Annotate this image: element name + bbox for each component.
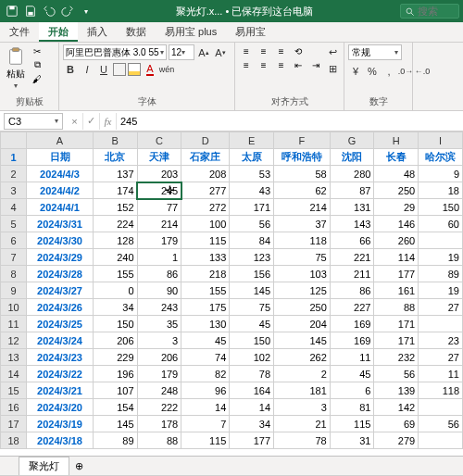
data-cell[interactable]: 88 bbox=[374, 299, 419, 316]
phonetic-button[interactable]: wén bbox=[159, 62, 174, 77]
wrap-text-icon[interactable]: ↩ bbox=[329, 44, 337, 59]
col-header[interactable]: C bbox=[137, 132, 181, 149]
new-sheet-button[interactable]: ⊕ bbox=[69, 458, 89, 474]
data-cell[interactable]: 82 bbox=[181, 366, 230, 382]
decrease-decimal-icon[interactable]: ←.0 bbox=[415, 64, 430, 79]
data-cell[interactable]: 11 bbox=[419, 366, 463, 382]
date-cell[interactable]: 2024/3/25 bbox=[27, 316, 94, 332]
data-cell[interactable]: 125 bbox=[274, 282, 331, 299]
data-cell[interactable]: 139 bbox=[374, 382, 419, 399]
data-cell[interactable]: 240 bbox=[93, 249, 137, 266]
data-cell[interactable]: 90 bbox=[137, 282, 181, 299]
data-cell[interactable]: 19 bbox=[419, 249, 463, 266]
formula-input[interactable]: 245 bbox=[117, 115, 463, 128]
date-cell[interactable]: 2024/4/3 bbox=[27, 166, 94, 182]
row-header[interactable]: 3 bbox=[1, 182, 27, 199]
date-cell[interactable]: 2024/3/28 bbox=[27, 266, 94, 282]
data-cell[interactable]: 169 bbox=[330, 316, 374, 332]
search-input[interactable] bbox=[418, 6, 455, 17]
row-header[interactable]: 1 bbox=[1, 149, 27, 166]
data-cell[interactable]: 131 bbox=[330, 199, 374, 216]
data-cell[interactable]: 229 bbox=[93, 349, 137, 366]
spreadsheet-grid[interactable]: A B C D E F G H I 1日期北京天津石家庄太原呼和浩特沈阳长春哈尔… bbox=[0, 132, 463, 449]
data-cell[interactable]: 89 bbox=[419, 266, 463, 282]
header-cell[interactable]: 哈尔滨 bbox=[419, 149, 463, 166]
indent-decrease-icon[interactable]: ⇤ bbox=[291, 58, 306, 71]
align-top-icon[interactable]: ≡ bbox=[239, 44, 254, 57]
data-cell[interactable]: 279 bbox=[374, 432, 419, 449]
date-cell[interactable]: 2024/3/31 bbox=[27, 216, 94, 232]
align-middle-icon[interactable]: ≡ bbox=[257, 44, 271, 57]
row-header[interactable]: 8 bbox=[1, 266, 27, 282]
data-cell[interactable]: 146 bbox=[374, 216, 419, 232]
decrease-font-icon[interactable]: A▾ bbox=[213, 45, 228, 60]
data-cell[interactable]: 130 bbox=[181, 316, 230, 332]
date-cell[interactable]: 2024/3/22 bbox=[27, 366, 94, 382]
data-cell[interactable]: 196 bbox=[93, 366, 137, 382]
increase-decimal-icon[interactable]: .0→ bbox=[398, 64, 413, 79]
data-cell[interactable]: 100 bbox=[181, 216, 230, 232]
data-cell[interactable]: 103 bbox=[274, 266, 331, 282]
date-cell[interactable]: 2024/3/24 bbox=[27, 332, 94, 349]
data-cell[interactable]: 0 bbox=[93, 282, 137, 299]
data-cell[interactable]: 77 bbox=[137, 199, 181, 216]
data-cell[interactable]: 206 bbox=[137, 349, 181, 366]
data-cell[interactable]: 69 bbox=[374, 416, 419, 432]
row-header[interactable]: 14 bbox=[1, 366, 27, 382]
data-cell[interactable]: 56 bbox=[230, 216, 274, 232]
font-size-select[interactable]: 12▾ bbox=[169, 44, 194, 60]
data-cell[interactable]: 204 bbox=[274, 316, 331, 332]
col-header[interactable]: A bbox=[27, 132, 94, 149]
font-name-select[interactable]: 阿里巴巴普惠体 3.0 55 Regu...▾ bbox=[63, 44, 167, 60]
row-header[interactable]: 2 bbox=[1, 166, 27, 182]
data-cell[interactable]: 214 bbox=[137, 216, 181, 232]
data-cell[interactable]: 181 bbox=[274, 382, 331, 399]
data-cell[interactable]: 250 bbox=[374, 182, 419, 199]
data-cell[interactable]: 21 bbox=[274, 416, 331, 432]
data-cell[interactable]: 142 bbox=[374, 399, 419, 416]
data-cell[interactable]: 245✛ bbox=[137, 182, 181, 199]
percent-format-icon[interactable]: % bbox=[365, 64, 380, 79]
data-cell[interactable]: 75 bbox=[230, 299, 274, 316]
data-cell[interactable]: 145 bbox=[274, 332, 331, 349]
data-cell[interactable]: 78 bbox=[274, 432, 331, 449]
data-cell[interactable]: 43 bbox=[230, 182, 274, 199]
row-header[interactable]: 10 bbox=[1, 299, 27, 316]
italic-button[interactable]: I bbox=[80, 62, 94, 77]
increase-font-icon[interactable]: A▴ bbox=[196, 45, 211, 60]
copy-icon[interactable]: ⧉ bbox=[30, 58, 44, 71]
data-cell[interactable]: 74 bbox=[181, 349, 230, 366]
undo-icon[interactable] bbox=[41, 3, 57, 19]
header-cell[interactable]: 天津 bbox=[137, 149, 181, 166]
data-cell[interactable]: 154 bbox=[93, 399, 137, 416]
data-cell[interactable]: 102 bbox=[230, 349, 274, 366]
data-cell[interactable]: 34 bbox=[230, 416, 274, 432]
date-cell[interactable]: 2024/3/30 bbox=[27, 232, 94, 249]
data-cell[interactable]: 203 bbox=[137, 166, 181, 182]
data-cell[interactable]: 86 bbox=[330, 282, 374, 299]
row-header[interactable]: 4 bbox=[1, 199, 27, 216]
underline-button[interactable]: U bbox=[96, 62, 111, 77]
date-cell[interactable]: 2024/3/29 bbox=[27, 249, 94, 266]
tab-数据[interactable]: 数据 bbox=[117, 22, 156, 42]
data-cell[interactable]: 84 bbox=[230, 232, 274, 249]
insert-function-icon[interactable]: fx bbox=[100, 113, 117, 130]
row-header[interactable]: 5 bbox=[1, 216, 27, 232]
data-cell[interactable]: 260 bbox=[374, 232, 419, 249]
data-cell[interactable]: 243 bbox=[137, 299, 181, 316]
date-cell[interactable]: 2024/3/19 bbox=[27, 416, 94, 432]
comma-format-icon[interactable]: , bbox=[382, 64, 396, 79]
data-cell[interactable]: 29 bbox=[374, 199, 419, 216]
orientation-icon[interactable]: ⟲ bbox=[291, 44, 306, 57]
align-bottom-icon[interactable]: ≡ bbox=[274, 44, 289, 57]
data-cell[interactable]: 248 bbox=[137, 382, 181, 399]
data-cell[interactable]: 23 bbox=[419, 332, 463, 349]
data-cell[interactable]: 31 bbox=[330, 432, 374, 449]
data-cell[interactable]: 171 bbox=[374, 332, 419, 349]
data-cell[interactable]: 145 bbox=[230, 282, 274, 299]
data-cell[interactable]: 156 bbox=[230, 266, 274, 282]
data-cell[interactable]: 88 bbox=[137, 432, 181, 449]
col-header[interactable]: H bbox=[374, 132, 419, 149]
data-cell[interactable]: 174 bbox=[93, 182, 137, 199]
data-cell[interactable]: 206 bbox=[93, 332, 137, 349]
